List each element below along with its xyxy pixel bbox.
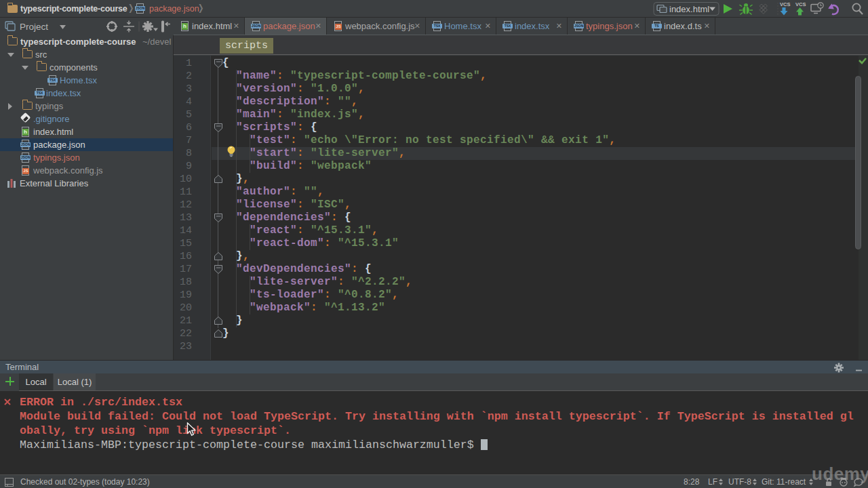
svg-text:Project: Project	[20, 22, 48, 32]
svg-text:VCS: VCS	[780, 1, 790, 7]
svg-text:index.html: index.html	[669, 4, 709, 14]
svg-text:VCS: VCS	[795, 1, 806, 7]
